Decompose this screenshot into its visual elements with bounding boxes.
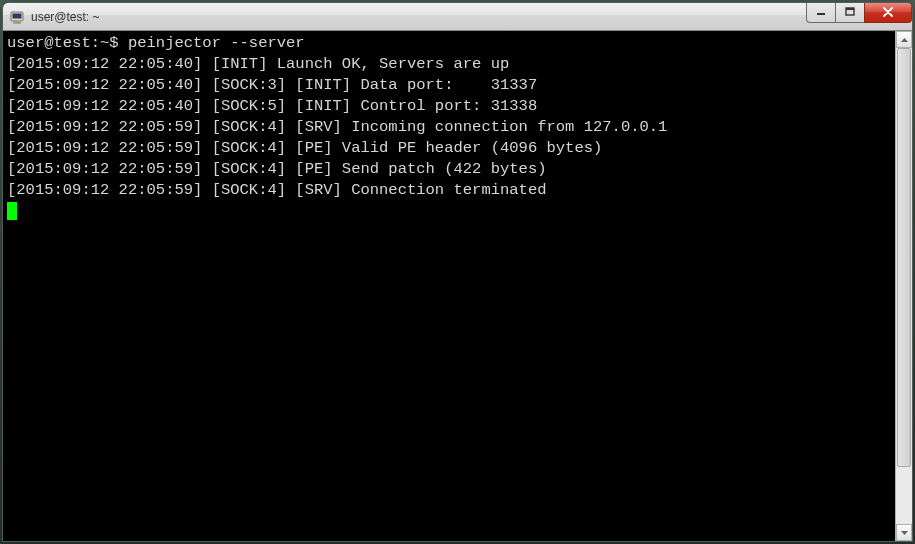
svg-rect-3: [13, 22, 21, 23]
maximize-button[interactable]: [835, 3, 865, 23]
terminal-output[interactable]: user@test:~$ peinjector --server [2015:0…: [3, 31, 895, 541]
terminal-window: user@test: ~ user@test:~$ peinjector --s…: [2, 2, 913, 542]
terminal-area: user@test:~$ peinjector --server [2015:0…: [3, 31, 912, 541]
svg-rect-4: [817, 13, 825, 15]
log-line: [2015:09:12 22:05:40] [SOCK:3] [INIT] Da…: [7, 76, 537, 94]
command-text: peinjector --server: [128, 34, 305, 52]
cursor: [7, 202, 17, 220]
close-button[interactable]: [864, 3, 912, 23]
log-line: [2015:09:12 22:05:40] [SOCK:5] [INIT] Co…: [7, 97, 537, 115]
scroll-track[interactable]: [896, 48, 912, 524]
svg-rect-1: [13, 13, 22, 18]
scroll-up-button[interactable]: [896, 31, 912, 48]
log-line: [2015:09:12 22:05:40] [INIT] Launch OK, …: [7, 55, 509, 73]
window-controls: [807, 3, 912, 23]
window-title: user@test: ~: [31, 10, 807, 24]
putty-icon: [9, 9, 25, 25]
log-line: [2015:09:12 22:05:59] [SOCK:4] [SRV] Con…: [7, 181, 547, 199]
titlebar[interactable]: user@test: ~: [3, 3, 912, 31]
scroll-down-button[interactable]: [896, 524, 912, 541]
svg-rect-2: [14, 21, 20, 23]
log-line: [2015:09:12 22:05:59] [SOCK:4] [SRV] Inc…: [7, 118, 667, 136]
vertical-scrollbar[interactable]: [895, 31, 912, 541]
minimize-button[interactable]: [806, 3, 836, 23]
scroll-thumb[interactable]: [897, 48, 911, 467]
prompt: user@test:~$: [7, 34, 128, 52]
svg-rect-6: [846, 8, 854, 10]
log-line: [2015:09:12 22:05:59] [SOCK:4] [PE] Send…: [7, 160, 547, 178]
log-line: [2015:09:12 22:05:59] [SOCK:4] [PE] Vali…: [7, 139, 602, 157]
